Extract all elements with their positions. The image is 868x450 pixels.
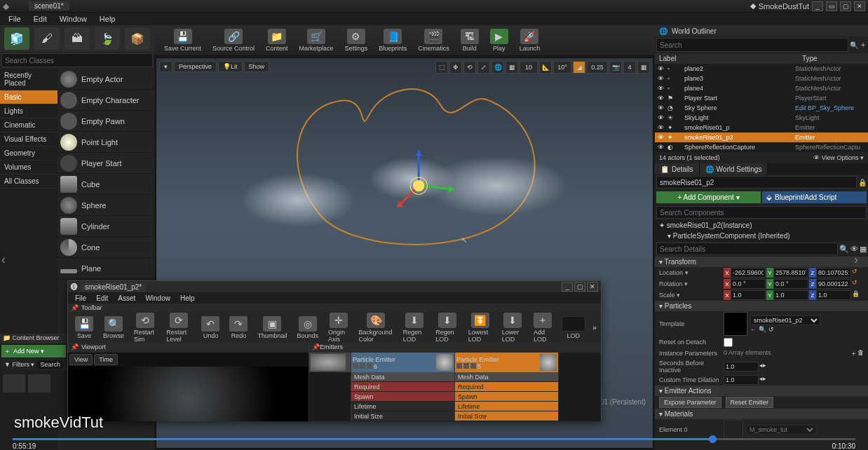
- eye-icon[interactable]: 👁: [658, 95, 667, 102]
- eye-icon[interactable]: 👁: [658, 75, 667, 82]
- next-arrow-icon[interactable]: ›: [854, 252, 867, 269]
- section-particles[interactable]: Particles: [655, 301, 868, 311]
- search-icon[interactable]: 🔍: [839, 245, 849, 254]
- section-emitter-actions[interactable]: Emitter Actions: [655, 386, 868, 396]
- ctb-lod[interactable]: LOD: [559, 315, 588, 341]
- section-transform[interactable]: Transform: [655, 257, 868, 267]
- scale-x-input[interactable]: [731, 290, 766, 300]
- scene-tab[interactable]: scene01*: [29, 1, 69, 11]
- module-required[interactable]: Required: [351, 382, 454, 392]
- cascade-menu-asset[interactable]: Asset: [114, 294, 140, 303]
- outliner-row[interactable]: 👁▫plane4StaticMeshActor: [655, 83, 868, 93]
- cascade-menu-edit[interactable]: Edit: [92, 294, 112, 303]
- rot-z-input[interactable]: [816, 279, 851, 289]
- actor-sphere[interactable]: Sphere: [57, 195, 154, 216]
- ctb-restart-level[interactable]: ⟳Restart Level: [163, 312, 194, 343]
- ctb-origin[interactable]: ✛Origin Axis: [325, 312, 351, 343]
- actor-cube[interactable]: Cube: [57, 174, 154, 195]
- ctb-regenlod2[interactable]: ⬇Regen LOD: [433, 312, 461, 343]
- eye-icon[interactable]: 👁: [658, 144, 667, 151]
- vp-camera-icon[interactable]: 📷: [609, 61, 622, 74]
- outliner-row[interactable]: 👁✦smokeRise01_pEmitter: [655, 123, 868, 132]
- add-new-button[interactable]: ＋Add New ▾: [1, 345, 66, 357]
- ctb-bgcolor[interactable]: 🎨Background Color: [355, 312, 395, 343]
- close-button[interactable]: ✕: [854, 1, 865, 11]
- tb-save[interactable]: 💾Save Current: [161, 27, 204, 53]
- clear-array-icon[interactable]: 🗑: [857, 349, 864, 358]
- cascade-time-btn[interactable]: Time: [94, 354, 118, 365]
- minimize-button[interactable]: _: [812, 1, 823, 11]
- pin-icon[interactable]: 📌: [312, 343, 320, 350]
- tab-world-settings[interactable]: 🌐World Settings: [700, 163, 768, 175]
- cascade-emitters-tab[interactable]: 📌Emitters: [309, 343, 601, 353]
- pin-icon[interactable]: 📌: [71, 304, 79, 311]
- module-lifetime[interactable]: Lifetime: [455, 402, 558, 411]
- cat-geometry[interactable]: Geometry: [0, 146, 57, 161]
- cascade-preview[interactable]: [68, 367, 308, 421]
- search-components-input[interactable]: [656, 206, 867, 219]
- vp-show[interactable]: Show: [244, 61, 270, 72]
- vp-lit[interactable]: 💡Lit: [218, 61, 243, 72]
- tb-launch[interactable]: 🚀Launch: [517, 27, 543, 53]
- tb-cinematics[interactable]: 🎬Cinematics: [415, 27, 452, 53]
- scale-y-input[interactable]: [773, 290, 808, 300]
- folder-tile[interactable]: [28, 374, 50, 393]
- loc-z-input[interactable]: [816, 268, 851, 278]
- ctb-save[interactable]: 💾Save: [72, 315, 96, 341]
- loc-y-input[interactable]: [773, 268, 808, 278]
- eye-icon[interactable]: 👁: [658, 134, 667, 141]
- emitter-thumb-icon[interactable]: [311, 354, 346, 371]
- outliner-row[interactable]: 👁◔Sky SphereEdit BP_Sky_Sphere: [655, 103, 868, 113]
- browse-icon[interactable]: 🔍: [759, 326, 766, 333]
- cascade-menu-window[interactable]: Window: [141, 294, 175, 303]
- reset-icon[interactable]: ↺: [852, 268, 857, 278]
- reset-icon[interactable]: ↺: [852, 279, 857, 289]
- time-dilation-input[interactable]: [724, 375, 759, 385]
- emitter-header-1[interactable]: Particle Emitter6: [351, 353, 454, 372]
- menu-help[interactable]: Help: [94, 13, 121, 25]
- view-options-dropdown[interactable]: 👁 View Options ▾: [813, 154, 864, 161]
- actor-cylinder[interactable]: Cylinder: [57, 216, 154, 237]
- actor-name-input[interactable]: [656, 176, 857, 189]
- vp-scale-icon[interactable]: ⤢: [477, 61, 490, 74]
- cascade-menu-help[interactable]: Help: [176, 294, 199, 303]
- eye-icon[interactable]: 👁: [658, 65, 667, 72]
- cascade-window[interactable]: 🅤 smokeRise01_p2* _ ▢ ✕ File Edit Asset …: [67, 280, 602, 421]
- outliner-search-icon[interactable]: 🔍: [850, 41, 858, 49]
- mode-place-icon[interactable]: 🧊: [4, 27, 29, 50]
- blueprint-script-button[interactable]: ⬙Blueprint/Add Script: [762, 191, 867, 203]
- menu-window[interactable]: Window: [54, 13, 93, 25]
- cascade-close-button[interactable]: ✕: [587, 282, 598, 292]
- reset-detach-checkbox[interactable]: [724, 338, 733, 347]
- ctb-regenlod[interactable]: ⬇Regen LOD: [400, 312, 429, 343]
- search-details-input[interactable]: [656, 243, 838, 255]
- ctb-lowerlod[interactable]: ⬇Lower LOD: [499, 312, 527, 343]
- component-instance[interactable]: ✦ smokeRise01_p2(Instance): [655, 220, 868, 231]
- cascade-tab[interactable]: smokeRise01_p2*: [81, 282, 146, 292]
- cascade-maximize-button[interactable]: ▢: [574, 282, 585, 292]
- mode-paint-icon[interactable]: 🖌: [34, 27, 60, 50]
- vp-angle-value[interactable]: 10°: [553, 61, 571, 74]
- cascade-viewport-tab[interactable]: 📌Viewport: [68, 343, 308, 353]
- cat-allclasses[interactable]: All Classes: [0, 175, 57, 189]
- scale-z-input[interactable]: [816, 290, 851, 300]
- vp-select-icon[interactable]: ⬚: [435, 61, 448, 74]
- emitter-header-2[interactable]: Particle Emitter5: [455, 353, 558, 372]
- tab-details[interactable]: 📋Details: [655, 163, 700, 175]
- cb-search[interactable]: Search: [37, 360, 63, 369]
- menu-file[interactable]: File: [3, 13, 27, 25]
- prev-arrow-icon[interactable]: ‹: [1, 252, 14, 269]
- col-label[interactable]: Label: [655, 53, 798, 64]
- video-progress-bar[interactable]: [13, 438, 855, 440]
- pin-icon[interactable]: 📌: [71, 343, 79, 352]
- tb-content[interactable]: 📁Content: [263, 27, 291, 53]
- template-thumb[interactable]: [724, 312, 747, 336]
- module-mesh-data[interactable]: Mesh Data: [351, 372, 454, 382]
- vp-perspective[interactable]: Perspective: [174, 61, 217, 72]
- module-lifetime[interactable]: Lifetime: [351, 402, 454, 411]
- seconds-inactive-input[interactable]: [724, 362, 759, 371]
- ctb-browse[interactable]: 🔍Browse: [100, 315, 127, 341]
- menu-edit[interactable]: Edit: [28, 13, 53, 25]
- actor-player-start[interactable]: Player Start: [57, 153, 154, 174]
- vp-scalesnap-value[interactable]: 0.25: [587, 61, 608, 74]
